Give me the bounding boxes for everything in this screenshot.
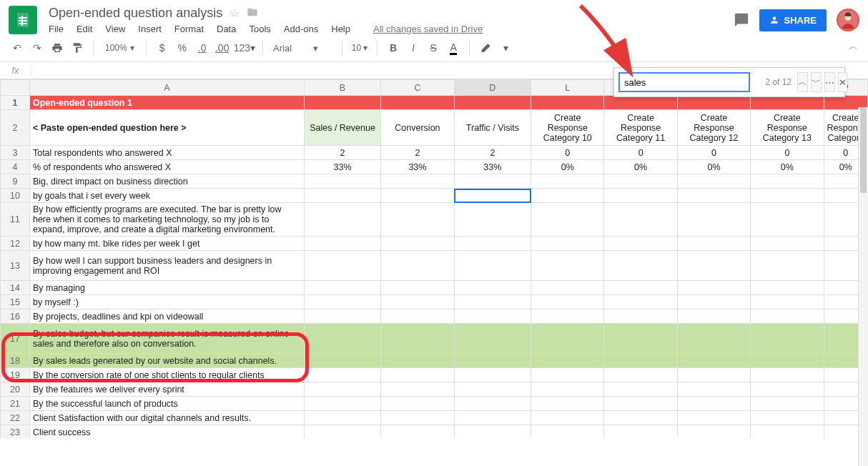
cell[interactable]: Big, direct impact on business direction bbox=[29, 174, 304, 189]
cell[interactable] bbox=[381, 382, 454, 397]
cell[interactable] bbox=[751, 309, 824, 324]
row-header[interactable]: 17 bbox=[1, 324, 30, 354]
cell[interactable] bbox=[454, 309, 531, 324]
cell[interactable] bbox=[381, 309, 454, 324]
row-header[interactable]: 3 bbox=[1, 146, 30, 160]
font-size-select[interactable]: 10 ▾ bbox=[350, 43, 370, 53]
cell[interactable] bbox=[604, 368, 677, 382]
cell[interactable]: 33% bbox=[381, 160, 454, 174]
cell[interactable] bbox=[304, 281, 380, 295]
cell[interactable] bbox=[604, 382, 677, 397]
cell[interactable] bbox=[531, 174, 604, 189]
cell[interactable]: by goals that i set every week bbox=[29, 189, 304, 203]
cell[interactable]: By sales budget, but our companies resul… bbox=[29, 324, 304, 354]
cell[interactable]: 0% bbox=[677, 160, 750, 174]
cell[interactable] bbox=[677, 411, 750, 425]
vertical-scrollbar[interactable] bbox=[858, 107, 868, 466]
cell[interactable]: % of respondents who answered X bbox=[29, 160, 304, 174]
cell[interactable]: Create Response Category 13 bbox=[751, 110, 824, 146]
cell[interactable] bbox=[604, 237, 677, 251]
menu-insert[interactable]: Insert bbox=[138, 24, 162, 34]
folder-icon[interactable] bbox=[247, 6, 258, 21]
cell[interactable] bbox=[381, 368, 454, 382]
cell[interactable]: by how many mt. bike rides per week I ge… bbox=[29, 237, 304, 251]
menu-edit[interactable]: Edit bbox=[77, 24, 92, 34]
row-header[interactable]: 21 bbox=[1, 397, 30, 411]
cell[interactable]: By managing bbox=[29, 281, 304, 295]
find-more-button[interactable]: ⋯ bbox=[824, 72, 835, 92]
cell[interactable]: 0% bbox=[531, 160, 604, 174]
cell[interactable]: 0% bbox=[604, 160, 677, 174]
cell[interactable] bbox=[454, 368, 531, 382]
cell[interactable] bbox=[454, 397, 531, 411]
cell[interactable] bbox=[454, 295, 531, 309]
decrease-decimal-button[interactable]: .0 bbox=[194, 39, 211, 57]
spreadsheet-grid[interactable]: A B C D L M N O P 1 Open-ended question … bbox=[0, 79, 868, 438]
cell[interactable] bbox=[751, 251, 824, 281]
cell[interactable]: 0 bbox=[751, 146, 824, 160]
cell[interactable] bbox=[454, 382, 531, 397]
find-input[interactable] bbox=[618, 72, 750, 92]
cell[interactable]: Client Satisfaction with our digital cha… bbox=[29, 411, 304, 425]
cell[interactable] bbox=[604, 174, 677, 189]
bold-button[interactable]: B bbox=[385, 39, 402, 57]
menu-addons[interactable]: Add-ons bbox=[284, 24, 318, 34]
cell[interactable] bbox=[454, 425, 531, 439]
cell[interactable] bbox=[604, 324, 677, 354]
cell[interactable] bbox=[531, 189, 604, 203]
font-select[interactable]: Arial▾ bbox=[270, 41, 335, 55]
row-header[interactable]: 4 bbox=[1, 160, 30, 174]
find-close-button[interactable]: ✕ bbox=[838, 72, 847, 92]
cell[interactable] bbox=[604, 281, 677, 295]
row-header[interactable]: 9 bbox=[1, 174, 30, 189]
row-header[interactable]: 12 bbox=[1, 237, 30, 251]
cell[interactable]: Sales / Revenue bbox=[304, 110, 380, 146]
number-format-button[interactable]: 123 ▾ bbox=[234, 39, 255, 57]
row-header[interactable]: 23 bbox=[1, 425, 30, 439]
row-header[interactable]: 15 bbox=[1, 295, 30, 309]
cell[interactable]: 2 bbox=[381, 146, 454, 160]
cell[interactable]: By how efficiently programs are executed… bbox=[29, 203, 304, 237]
cell[interactable] bbox=[677, 309, 750, 324]
menu-data[interactable]: Data bbox=[217, 24, 236, 34]
cell[interactable] bbox=[677, 324, 750, 354]
cell[interactable] bbox=[751, 237, 824, 251]
zoom-select[interactable]: 100% ▾ bbox=[101, 43, 139, 53]
toolbar-collapse-icon[interactable]: ︿ bbox=[849, 40, 858, 53]
col-header-C[interactable]: C bbox=[381, 80, 454, 96]
cell[interactable] bbox=[604, 411, 677, 425]
cell[interactable] bbox=[751, 189, 824, 203]
cell[interactable] bbox=[677, 281, 750, 295]
text-color-button[interactable]: A bbox=[445, 39, 462, 57]
row-header[interactable]: 20 bbox=[1, 382, 30, 397]
cell[interactable] bbox=[381, 397, 454, 411]
comments-icon[interactable] bbox=[734, 12, 749, 28]
cell[interactable] bbox=[751, 203, 824, 237]
row-header[interactable]: 16 bbox=[1, 309, 30, 324]
cell[interactable]: Open-ended question 1 bbox=[29, 96, 304, 110]
italic-button[interactable]: I bbox=[405, 39, 422, 57]
cell[interactable]: by myself :) bbox=[29, 295, 304, 309]
cell[interactable] bbox=[751, 368, 824, 382]
cell[interactable] bbox=[304, 411, 380, 425]
menu-help[interactable]: Help bbox=[331, 24, 350, 34]
find-prev-button[interactable]: ︿ bbox=[797, 72, 808, 92]
cell[interactable] bbox=[381, 237, 454, 251]
row-header[interactable]: 1 bbox=[1, 96, 30, 110]
cell[interactable]: 0 bbox=[604, 146, 677, 160]
cell[interactable] bbox=[677, 397, 750, 411]
borders-button[interactable]: ▾ bbox=[497, 39, 514, 57]
paint-format-button[interactable] bbox=[69, 39, 86, 57]
cell[interactable] bbox=[304, 237, 380, 251]
cell[interactable] bbox=[531, 397, 604, 411]
cell[interactable]: 2 bbox=[304, 146, 380, 160]
cell[interactable] bbox=[751, 324, 824, 354]
row-header[interactable]: 11 bbox=[1, 203, 30, 237]
cell[interactable] bbox=[381, 189, 454, 203]
cell[interactable] bbox=[454, 324, 531, 354]
cell[interactable] bbox=[381, 251, 454, 281]
cell[interactable] bbox=[604, 425, 677, 439]
cell[interactable] bbox=[381, 425, 454, 439]
cell[interactable] bbox=[604, 295, 677, 309]
cell[interactable] bbox=[531, 309, 604, 324]
